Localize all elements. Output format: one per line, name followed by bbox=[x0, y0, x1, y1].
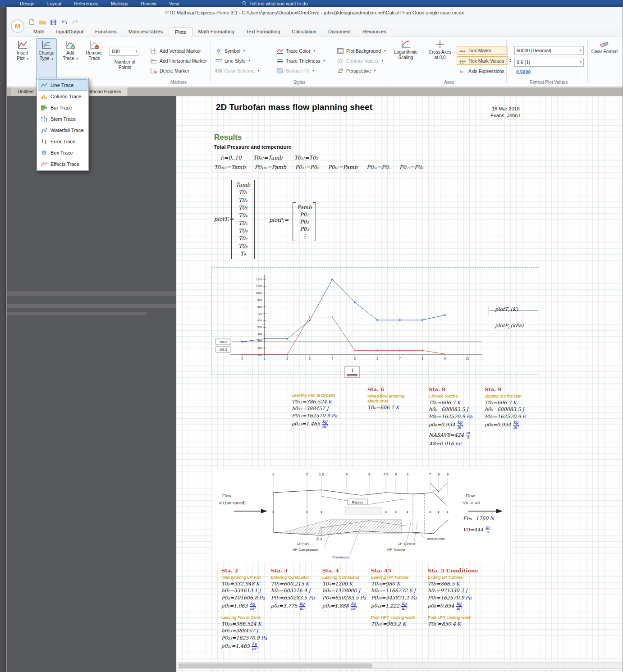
ribbon-tab-calculation[interactable]: Calculation bbox=[286, 27, 322, 37]
symbol-button[interactable]: Symbol▾ bbox=[215, 46, 259, 56]
insert-plot-button[interactable]: InsertPlot ▾ bbox=[12, 38, 33, 81]
math-region[interactable]: P0₄₅=343871.1Pa bbox=[371, 595, 427, 601]
change-type-button[interactable]: ChangeType ▾ bbox=[36, 38, 57, 81]
math-region[interactable]: T0₂=332.948K bbox=[221, 581, 270, 587]
math-region[interactable]: P0₃=650283.5Pa bbox=[271, 595, 321, 601]
logarithmic-scaling-button[interactable]: LogarithmicScaling bbox=[389, 39, 422, 60]
ribbon-tab-text-formatting[interactable]: Text Formatting bbox=[240, 27, 286, 37]
redo-button[interactable] bbox=[72, 19, 78, 27]
math-region[interactable]: P0₈=162570.9Pa bbox=[429, 414, 486, 420]
legend-entry[interactable]: plotPl(kPa) bbox=[492, 323, 537, 332]
word-menu-references[interactable]: References bbox=[74, 1, 98, 6]
format-precision-combo[interactable]: 0.6 (1)▾ bbox=[514, 58, 584, 67]
undo-button[interactable] bbox=[61, 19, 68, 27]
delete-marker-button[interactable]: Delete Marker bbox=[150, 66, 206, 76]
ribbon-tab-math-formatting[interactable]: Math Formatting bbox=[192, 27, 240, 37]
math-region[interactable]: P0₇:=P0₆ bbox=[399, 164, 423, 170]
plotT-matrix[interactable]: TambT0₁T0₂T0₃T0₄T0₅T0₆T0₇T0₈T₉ bbox=[231, 180, 255, 259]
tell-me-box[interactable]: Tell me what you want to do bbox=[242, 0, 308, 7]
math-region[interactable]: P0₅=162570.9Pa bbox=[428, 595, 486, 601]
math-region[interactable]: P0₁:=P0₂ bbox=[295, 164, 319, 170]
ribbon-tab-document[interactable]: Document bbox=[322, 27, 357, 37]
math-region[interactable]: h0₄₅=1166732.6J bbox=[371, 588, 427, 594]
math-region[interactable]: ρ0₈=0.934kgm³ bbox=[429, 421, 486, 430]
add-vertical-marker-button[interactable]: Add Vertical Marker bbox=[150, 46, 206, 56]
word-menu-mailings[interactable]: Mailings bbox=[111, 1, 128, 6]
exit-velocity-region[interactable]: V9=444ms bbox=[463, 526, 490, 535]
remove-trace-button[interactable]: RemoveTrace bbox=[84, 38, 105, 81]
math-region[interactable]: ρ0₉=0.934kgm³ bbox=[485, 421, 542, 430]
math-region[interactable]: T0₅=866.5K bbox=[428, 581, 486, 587]
menu-item-effects-trace[interactable]: Effects Trace bbox=[38, 158, 87, 169]
mathcad-logo[interactable]: M bbox=[11, 19, 24, 33]
math-region[interactable]: T0₃=600.215K bbox=[271, 581, 321, 587]
math-region[interactable]: P0₉=162570.9P... bbox=[485, 414, 542, 420]
ribbon-tab-matrices-tables[interactable]: Matrices/Tables bbox=[123, 27, 169, 37]
math-region[interactable]: P0₂₃=162570.9Pa bbox=[221, 635, 270, 641]
math-region[interactable]: T0₄=1200K bbox=[322, 581, 370, 587]
add-horizontal-marker-button[interactable]: Add Horizontal Marker bbox=[150, 56, 206, 66]
math-region[interactable]: P0₁₃=162570.9Pa bbox=[292, 413, 345, 419]
math-region[interactable]: h0₂=334613.1J bbox=[221, 588, 270, 594]
word-menu-view[interactable]: View bbox=[169, 1, 179, 6]
format-number-combo[interactable]: 50000 (Decimal)▾ bbox=[514, 46, 584, 55]
math-region[interactable]: ρ0₅=0.654kgm³ bbox=[428, 602, 486, 611]
math-region[interactable]: T0₁₀:=Tamb bbox=[214, 164, 246, 170]
math-region[interactable]: T0₈=606.7K bbox=[429, 400, 486, 406]
math-region[interactable]: T0₅′=850.4K bbox=[428, 621, 486, 627]
math-region[interactable]: ρ0₄=1.888kgm³ bbox=[322, 602, 370, 611]
plotP-matrix[interactable]: PambP0₁P0₂P0₃⋮ bbox=[293, 202, 316, 241]
plotT-label[interactable]: plotT:= bbox=[214, 216, 234, 222]
ribbon-tab-math[interactable]: Math bbox=[27, 27, 50, 37]
math-region[interactable]: h0₂₃=388457J bbox=[221, 628, 270, 634]
math-region[interactable]: h0₃=603216.4J bbox=[271, 588, 321, 594]
open-folder-button[interactable] bbox=[39, 19, 46, 27]
math-region[interactable]: l:=0..10 bbox=[220, 155, 241, 161]
word-menu-design[interactable]: Design bbox=[20, 1, 35, 6]
ribbon-tab-functions[interactable]: Functions bbox=[89, 27, 123, 37]
math-region[interactable]: T0₁:=T0₂ bbox=[294, 155, 318, 161]
precision-stepper[interactable]: ▲▼ bbox=[509, 58, 512, 63]
menu-item-line-trace[interactable]: Line Trace bbox=[38, 79, 87, 91]
math-region[interactable]: P0₄=650283.5Pa bbox=[322, 595, 370, 601]
math-region[interactable]: h0₅=971330.2J bbox=[428, 588, 486, 594]
math-region[interactable]: P0₆:=P0₅ bbox=[366, 164, 390, 170]
thrust-region[interactable]: Fn₉=1760N bbox=[463, 516, 494, 521]
math-region[interactable]: P0₂=101606.8Pa bbox=[221, 595, 270, 601]
ribbon-tab-plots[interactable]: Plots bbox=[169, 27, 192, 37]
doc-tab-untitled[interactable]: Untitled bbox=[11, 87, 41, 96]
math-region[interactable]: h0₉=680083.5J bbox=[485, 407, 542, 412]
math-region[interactable]: A8=0.016m² bbox=[429, 441, 486, 447]
math-region[interactable]: h0₁₃=388457J bbox=[292, 406, 345, 411]
line-style-button[interactable]: Line Style▾ bbox=[215, 56, 259, 66]
new-doc-button[interactable] bbox=[28, 19, 35, 27]
trace-color-button[interactable]: Trace Color▾ bbox=[276, 46, 325, 56]
math-region[interactable]: P0₁₀:=Pamb bbox=[255, 164, 286, 170]
clear-format-button[interactable]: Clear Format bbox=[591, 41, 618, 55]
math-region[interactable]: ρ0₃=3.775kgm³ bbox=[271, 602, 321, 611]
math-region[interactable]: P0₀:=Pamb bbox=[328, 164, 358, 170]
menu-item-waterfall-trace[interactable]: Waterfall Trace bbox=[38, 124, 87, 136]
horizontal-scrollbar[interactable] bbox=[177, 662, 623, 669]
axis-expressions-toggle[interactable]: fxAxis Expressions bbox=[457, 67, 508, 75]
math-region[interactable]: T0₆=606.7K bbox=[367, 405, 421, 411]
menu-item-bar-trace[interactable]: Bar Trace bbox=[38, 102, 87, 113]
math-region[interactable]: h0₄=1428000J bbox=[322, 588, 370, 594]
math-region[interactable]: h0₈=680083.5J bbox=[429, 407, 486, 412]
math-region[interactable]: T0₁₃=386.524K bbox=[292, 399, 345, 405]
math-region[interactable]: T0₉=606.7K bbox=[485, 400, 542, 406]
x-axis-expression-box[interactable]: l bbox=[344, 366, 360, 378]
turbofan-diagram-region[interactable]: 121.3344.556789BypassFlowV0 (air speed)F… bbox=[212, 469, 510, 562]
math-region[interactable]: ρ0₄₅=1.222kgm³ bbox=[371, 602, 427, 611]
add-trace-button[interactable]: AddTrace ▾ bbox=[60, 38, 81, 81]
math-region[interactable]: ρ0₁₃=1.465kgm³ bbox=[292, 420, 345, 429]
trace-thickness-button[interactable]: Trace Thickness▾ bbox=[276, 56, 325, 66]
titlebar[interactable]: PTC Mathcad Express Prime 3.1 - C:\Users… bbox=[7, 7, 623, 27]
menu-item-stem-trace[interactable]: Stem Trace bbox=[38, 113, 87, 124]
math-region[interactable]: T0₄₅′=963.2K bbox=[371, 621, 427, 627]
plot-background-button[interactable]: Plot Background▾ bbox=[337, 46, 386, 56]
word-menu-review[interactable]: Review bbox=[141, 1, 156, 6]
plot-canvas[interactable]: 1002003004005006007008009001000110012000… bbox=[212, 268, 540, 375]
math-region[interactable]: T0₄₅=980K bbox=[371, 581, 427, 587]
worksheet-page[interactable]: 2D Turbofan mass flow planning sheet 16 … bbox=[176, 96, 623, 672]
